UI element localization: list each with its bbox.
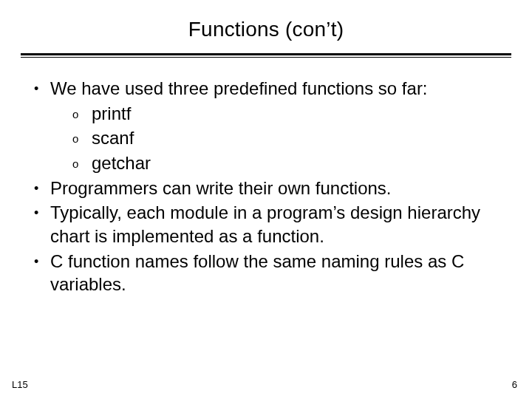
page-number: 6 [512, 379, 517, 390]
bullet-dot-icon: • [34, 250, 50, 296]
bullet-item: • Typically, each module in a program’s … [34, 201, 511, 248]
sub-list: o printf o scanf o getchar [34, 102, 511, 175]
sub-bullet-text: getchar [92, 151, 511, 175]
sub-bullet-icon: o [72, 102, 92, 126]
bullet-dot-icon: • [34, 177, 50, 200]
bullet-text: Typically, each module in a program’s de… [50, 201, 511, 248]
slide-title: Functions (con’t) [21, 18, 511, 41]
sub-bullet-text: printf [92, 102, 511, 126]
footer-left: L15 [12, 379, 28, 390]
bullet-item: • C function names follow the same namin… [34, 250, 511, 296]
bullet-dot-icon: • [34, 201, 50, 248]
bullet-text: C function names follow the same naming … [50, 250, 511, 296]
bullet-text: We have used three predefined functions … [50, 77, 511, 100]
sub-bullet-icon: o [72, 126, 92, 150]
bullet-item: • Programmers can write their own functi… [34, 177, 511, 200]
slide: Functions (con’t) • We have used three p… [0, 0, 532, 399]
sub-bullet-item: o scanf [72, 126, 511, 150]
sub-bullet-item: o getchar [72, 151, 511, 175]
content-area: • We have used three predefined function… [21, 77, 511, 296]
divider-thick [21, 53, 511, 55]
divider-thin [21, 57, 511, 58]
bullet-dot-icon: • [34, 77, 50, 100]
bullet-text: Programmers can write their own function… [50, 177, 511, 200]
sub-bullet-icon: o [72, 151, 92, 175]
bullet-item: • We have used three predefined function… [34, 77, 511, 100]
sub-bullet-item: o printf [72, 102, 511, 126]
sub-bullet-text: scanf [92, 126, 511, 150]
